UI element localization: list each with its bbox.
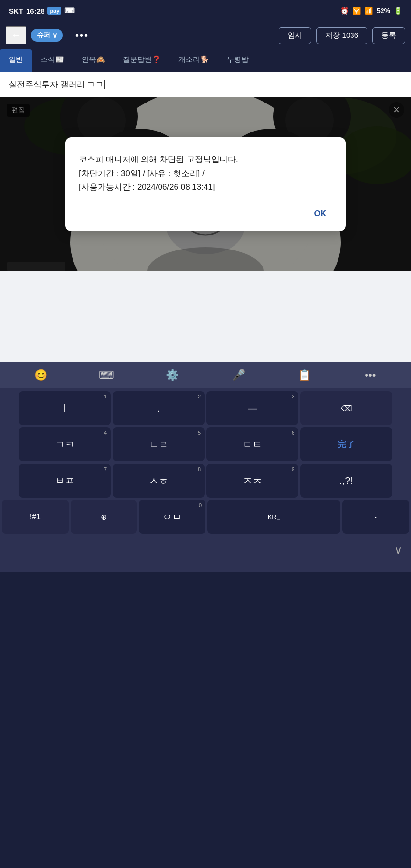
title-bar[interactable]: 실전주식투자 갤러리 ㄱㄱ — [0, 72, 411, 97]
key-num: 7 — [104, 466, 107, 472]
key-row-3: 7 ㅂㅍ 8 ㅅㅎ 9 ㅈㅊ .,?! — [2, 464, 409, 498]
keyboard-area: 😊 ⌨ ⚙️ 🎤 📋 ••• 1 ㅣ 2 . 3 — ⌫ — [0, 362, 411, 572]
key-globe[interactable]: ⊕ — [71, 500, 137, 534]
key-num: 3 — [292, 394, 294, 399]
keyboard-rows: 1 ㅣ 2 . 3 — ⌫ 4 ㄱㅋ 5 ㄴㄹ — [0, 388, 411, 538]
key-dot[interactable]: 2 . — [113, 391, 205, 425]
more-icon[interactable]: ••• — [359, 364, 382, 387]
temp-button[interactable]: 임시 — [279, 27, 311, 44]
save-button[interactable]: 저장 1036 — [316, 27, 367, 44]
key-nr[interactable]: 5 ㄴㄹ — [113, 427, 205, 461]
key-bp[interactable]: 7 ㅂㅍ — [19, 464, 111, 498]
bottom-bar: ∨ — [0, 538, 411, 562]
super-badge[interactable]: 슈퍼 ∨ — [31, 29, 63, 42]
space-kr-label: KR — [268, 514, 277, 521]
status-right: ⏰ 🛜 📶 52% 🔋 — [340, 7, 402, 15]
key-row-2: 4 ㄱㅋ 5 ㄴㄹ 6 ㄷㅌ 完了 — [2, 427, 409, 461]
key-num: 4 — [104, 430, 107, 436]
image-container: 편집 × 코스피 매니저에 의해 차단된 고정닉입니다. [차단기간 : 30일… — [0, 97, 411, 271]
carrier-label: SKT — [9, 7, 23, 15]
key-sh[interactable]: 8 ㅅㅎ — [113, 464, 205, 498]
key-space[interactable]: KR ⎵ — [207, 500, 340, 534]
dialog-ok-button[interactable]: OK — [308, 206, 333, 221]
wifi-icon: 🛜 — [352, 7, 361, 15]
dialog-message: 코스피 매니저에 의해 차단된 고정닉입니다. [차단기간 : 30일] / [… — [79, 153, 332, 195]
tab-anmok[interactable]: 안목🙈 — [73, 49, 114, 72]
badge-label: 슈퍼 — [37, 31, 50, 40]
dialog-actions: OK — [79, 206, 332, 221]
category-tabs: 일반 소식📰 안목🙈 질문답변❓ 개소리🐕 누령밥 — [0, 49, 411, 72]
battery-label: 52% — [377, 7, 390, 15]
tab-ilban[interactable]: 일반 — [0, 49, 32, 72]
key-num: 6 — [292, 430, 294, 436]
chevron-down-icon[interactable]: ∨ — [395, 544, 402, 557]
tab-nuryeong[interactable]: 누령밥 — [218, 49, 257, 72]
keyboard-icon: ⌨ — [64, 6, 75, 15]
tab-gaesori[interactable]: 개소리🐕 — [170, 49, 218, 72]
clipboard-icon[interactable]: 📋 — [293, 364, 316, 387]
status-left: SKT 16:28 pay ⌨ — [9, 6, 75, 15]
key-backspace[interactable]: ⌫ — [300, 391, 392, 425]
key-row-4: !#1 ⊕ 0 ㅇㅁ KR ⎵ · — [2, 500, 409, 534]
top-nav: ← 슈퍼 ∨ ••• 임시 저장 1036 등록 — [0, 21, 411, 49]
alarm-icon: ⏰ — [340, 7, 349, 15]
emoji-icon[interactable]: 😊 — [29, 364, 52, 387]
tab-sosik[interactable]: 소식📰 — [32, 49, 73, 72]
key-num: 1 — [104, 394, 107, 399]
key-i[interactable]: 1 ㅣ — [19, 391, 111, 425]
key-num: 5 — [198, 430, 201, 436]
key-dash[interactable]: 3 — — [206, 391, 298, 425]
pay-icon: pay — [47, 7, 61, 15]
space-bar-symbol: ⎵ — [277, 514, 280, 521]
status-bar: SKT 16:28 pay ⌨ ⏰ 🛜 📶 52% 🔋 — [0, 0, 411, 21]
keyboard-type-icon[interactable]: ⌨ — [95, 364, 118, 387]
signal-icon: 📶 — [365, 7, 373, 15]
title-cursor — [104, 80, 105, 89]
mic-icon[interactable]: 🎤 — [227, 364, 250, 387]
key-complete[interactable]: 完了 — [300, 427, 392, 461]
dialog-box: 코스피 매니저에 의해 차단된 고정닉입니다. [차단기간 : 30일] / [… — [65, 137, 346, 232]
back-button[interactable]: ← — [6, 26, 26, 44]
menu-dots[interactable]: ••• — [75, 30, 88, 41]
key-middle-dot[interactable]: · — [342, 500, 409, 534]
key-om[interactable]: 0 ㅇㅁ — [139, 500, 206, 534]
key-dt[interactable]: 6 ㄷㅌ — [206, 427, 298, 461]
settings-icon[interactable]: ⚙️ — [161, 364, 184, 387]
key-num: 2 — [198, 394, 201, 399]
key-gk[interactable]: 4 ㄱㅋ — [19, 427, 111, 461]
battery-icon: 🔋 — [394, 7, 402, 15]
key-punct[interactable]: .,?! — [300, 464, 392, 498]
content-area: 실전주식투자 갤러리 ㄱㄱ — [0, 72, 411, 362]
keyboard-toolbar: 😊 ⌨ ⚙️ 🎤 📋 ••• — [0, 362, 411, 388]
register-button[interactable]: 등록 — [372, 27, 405, 44]
time-label: 16:28 — [26, 7, 44, 15]
key-num: 9 — [292, 466, 294, 472]
gesture-bar — [0, 562, 411, 572]
dialog-overlay: 코스피 매니저에 의해 차단된 고정닉입니다. [차단기간 : 30일] / [… — [0, 97, 411, 271]
key-jch[interactable]: 9 ㅈㅊ — [206, 464, 298, 498]
tab-jilmun[interactable]: 질문답변❓ — [114, 49, 170, 72]
badge-chevron: ∨ — [52, 31, 57, 39]
key-num: 8 — [198, 466, 201, 472]
key-row-1: 1 ㅣ 2 . 3 — ⌫ — [2, 391, 409, 425]
key-num-special[interactable]: !#1 — [2, 500, 69, 534]
key-num: 0 — [199, 502, 202, 508]
title-text: 실전주식투자 갤러리 ㄱㄱ — [9, 79, 103, 90]
